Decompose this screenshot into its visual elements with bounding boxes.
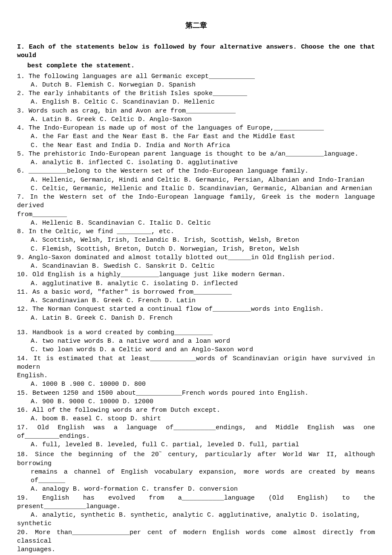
q13-options-row2: C. two loan words D. a Celtic word and a… [17,346,375,354]
q3-stem: 3. Words such as crag, bin and Avon are … [17,107,375,116]
q1-options: A. Dutch B. Flemish C. Norwegian D. Span… [17,81,375,90]
q18-options: A. analogy B. word-formation C. transfer… [17,485,375,494]
q12-stem: 12. The Norman Conquest started a contin… [17,305,375,314]
q19-options-row1: A. analytic, synthetic B. synthetic, ana… [17,511,375,520]
q17-options: A. full, leveled B. leveled, full C. par… [17,441,375,449]
q2-options: A. English B. Celtic C. Scandinavian D. … [17,98,375,107]
q15-options: A. 900 B. 9000 C. 10000 D. 12000 [17,398,375,406]
q6-stem: 6. __________belong to the Western set o… [17,167,375,176]
q10-stem: 10. Old English is a highly__________lan… [17,271,375,279]
q5-options: A. analytic B. inflected C. isolating D.… [17,159,375,167]
q8-options-row1: A. Scottish, Welsh, Irish, Icelandic B. … [17,236,375,245]
q12-options: A. Latin B. Greek C. Danish D. French [17,314,375,323]
q7-stem-line1: 7. In the Western set of the Indo-Europe… [17,193,375,211]
q19-options-row2: synthetic [17,520,375,528]
q3-options: A. Latin B. Greek C. Celtic D. Anglo-Sax… [17,116,375,124]
q2-stem: 2. The early inhabitants of the British … [17,90,375,98]
q14-options: A. 1000 B .900 C. 10000 D. 800 [17,380,375,389]
q5-stem: 5. The prehistoric Indo-European parent … [17,150,375,159]
q6-options-row2: C. Celtic, Germanic, Hellenic and Italic… [17,185,375,193]
q18-stem-part1: 18. Since the beginning of the 20 [17,451,159,458]
section-instructions-line1: I. Each of the statements below is follo… [17,43,375,61]
q17-stem: 17. Old English was a language of_______… [17,424,375,441]
q7-stem-line2: from_________ [17,211,375,219]
q19-stem: 19. English has evolved from a__________… [17,494,375,512]
q18-stem-line1: 18. Since the beginning of the 20~ centu… [17,449,375,468]
q9-stem: 9. Anglo-Saxon dominated and almost tota… [17,254,375,262]
q18-stem-line2: remains a channel of English vocabulary … [17,468,375,486]
q11-stem: 11. As a basic word, "father" is borrowe… [17,288,375,297]
chapter-title: 第二章 [17,21,375,31]
q4-options-row1: A. the Far East and the Near East B. the… [17,133,375,141]
q20-stem-line2: languages. [17,546,375,554]
q6-options-row1: A. Hellenic, Germanic, Hindi and Celtic … [17,176,375,185]
q4-stem: 4. The Indo-European is made up of most … [17,124,375,133]
q15-stem: 15. Between 1250 and 1500 about_________… [17,389,375,398]
q1-stem: 1. The following languages are all Germa… [17,72,375,81]
q13-options-row1: A. two native words B. a native word and… [17,337,375,346]
q20-stem-line1: 20. More than_______________per cent of … [17,529,375,546]
q7-options: A. Hellenic B. Scandinavian C. Italic D.… [17,219,375,228]
q14-stem-line1: 14. It is estimated that at least_______… [17,355,375,372]
q8-options-row2: C. Flemish, Scottish, Breton, Dutch D. N… [17,245,375,254]
q16-stem: 16. All of the following words are from … [17,406,375,415]
q16-options: A. boom B. easel C. stoop D. shirt [17,415,375,423]
spacer [17,323,375,329]
q9-options: A. Scandinavian B. Swedish C. Sanskrit D… [17,262,375,271]
q13-stem: 13. Handbook is a word created by combin… [17,329,375,337]
q4-options-row2: C. the Near East and India D. India and … [17,142,375,150]
q10-options: A. agglutinative B. analytic C. isolatin… [17,280,375,288]
q11-options: A. Scandinavian B. Greek C. French D. La… [17,297,375,305]
q8-stem: 8. In the Celtic, we find _________, etc… [17,228,375,236]
q14-stem-line2: English. [17,372,375,380]
section-instructions-line2: best complete the statement. [17,62,375,70]
